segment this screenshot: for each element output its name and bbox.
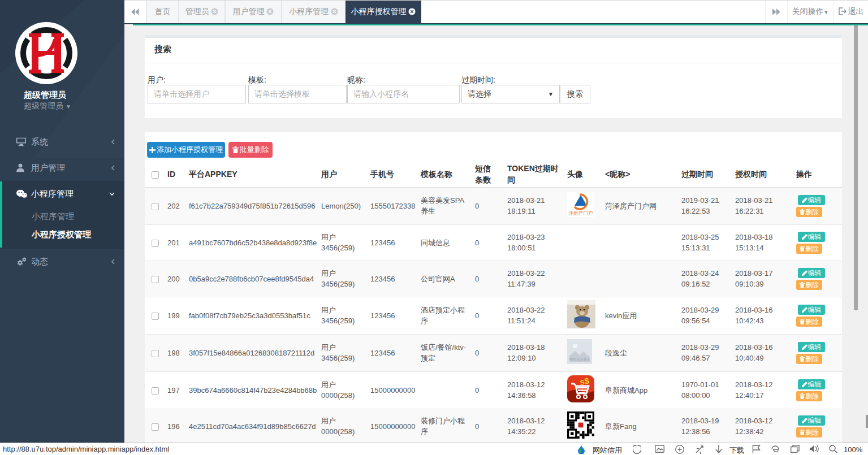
svg-text:s$: s$ [579, 375, 590, 386]
svg-text:图片无法显示: 图片无法显示 [569, 357, 590, 362]
svg-text:泽房产门户: 泽房产门户 [569, 210, 593, 216]
